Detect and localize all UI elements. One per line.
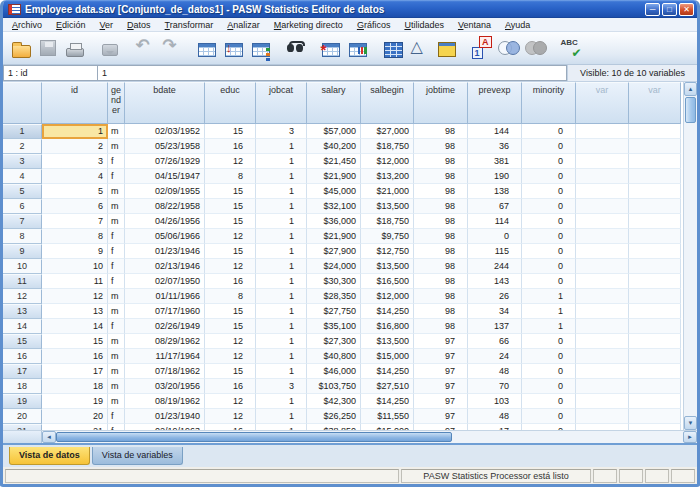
cell-var-r20[interactable] bbox=[576, 409, 629, 424]
cell-gender-r12[interactable]: m bbox=[108, 289, 125, 304]
cell-var-r15[interactable] bbox=[629, 334, 681, 349]
insert-variable-icon[interactable] bbox=[344, 35, 371, 62]
cell-salary-r15[interactable]: $27,300 bbox=[307, 334, 361, 349]
cell-jobcat-r9[interactable]: 1 bbox=[256, 244, 307, 259]
cell-bdate-r2[interactable]: 05/23/1958 bbox=[125, 139, 205, 154]
cell-gender-r6[interactable]: m bbox=[108, 199, 125, 214]
row-number[interactable]: 9 bbox=[3, 244, 42, 259]
cell-salbegin-r20[interactable]: $11,550 bbox=[361, 409, 414, 424]
cell-salary-r5[interactable]: $45,000 bbox=[307, 184, 361, 199]
cell-gender-r2[interactable]: m bbox=[108, 139, 125, 154]
cell-prevexp-r14[interactable]: 137 bbox=[468, 319, 522, 334]
cell-var-r8[interactable] bbox=[629, 229, 681, 244]
cell-id-r20[interactable]: 20 bbox=[42, 409, 108, 424]
cell-jobcat-r8[interactable]: 1 bbox=[256, 229, 307, 244]
cell-gender-r19[interactable]: m bbox=[108, 394, 125, 409]
cell-salary-r21[interactable]: $38,850 bbox=[307, 424, 361, 430]
cell-id-r15[interactable]: 15 bbox=[42, 334, 108, 349]
insert-cases-icon[interactable] bbox=[317, 35, 344, 62]
cell-id-r6[interactable]: 6 bbox=[42, 199, 108, 214]
cell-minority-r5[interactable]: 0 bbox=[522, 184, 576, 199]
cell-var-r9[interactable] bbox=[576, 244, 629, 259]
cell-bdate-r10[interactable]: 02/13/1946 bbox=[125, 259, 205, 274]
cell-id-r12[interactable]: 12 bbox=[42, 289, 108, 304]
cell-jobcat-r10[interactable]: 1 bbox=[256, 259, 307, 274]
cell-jobcat-r14[interactable]: 1 bbox=[256, 319, 307, 334]
cell-jobcat-r7[interactable]: 1 bbox=[256, 214, 307, 229]
cell-jobcat-r15[interactable]: 1 bbox=[256, 334, 307, 349]
cell-minority-r14[interactable]: 1 bbox=[522, 319, 576, 334]
row-number[interactable]: 4 bbox=[3, 169, 42, 184]
cell-salary-r9[interactable]: $27,900 bbox=[307, 244, 361, 259]
cell-educ-r12[interactable]: 8 bbox=[205, 289, 256, 304]
column-header-educ[interactable]: educ bbox=[205, 82, 256, 124]
cell-educ-r8[interactable]: 12 bbox=[205, 229, 256, 244]
cell-var-r6[interactable] bbox=[629, 199, 681, 214]
cell-prevexp-r1[interactable]: 144 bbox=[468, 124, 522, 139]
cell-id-r11[interactable]: 11 bbox=[42, 274, 108, 289]
cell-prevexp-r12[interactable]: 26 bbox=[468, 289, 522, 304]
row-number[interactable]: 19 bbox=[3, 394, 42, 409]
cell-minority-r18[interactable]: 0 bbox=[522, 379, 576, 394]
cell-jobcat-r12[interactable]: 1 bbox=[256, 289, 307, 304]
cell-var-r13[interactable] bbox=[576, 304, 629, 319]
cell-salbegin-r16[interactable]: $15,000 bbox=[361, 349, 414, 364]
cell-jobtime-r18[interactable]: 97 bbox=[414, 379, 468, 394]
cell-gender-r7[interactable]: m bbox=[108, 214, 125, 229]
cell-educ-r21[interactable]: 16 bbox=[205, 424, 256, 430]
row-number[interactable]: 6 bbox=[3, 199, 42, 214]
cell-gender-r17[interactable]: m bbox=[108, 364, 125, 379]
cell-jobtime-r10[interactable]: 98 bbox=[414, 259, 468, 274]
menu-gr-ficos[interactable]: Gráficos bbox=[350, 20, 398, 30]
column-header-gender[interactable]: gender bbox=[108, 82, 125, 124]
cell-educ-r1[interactable]: 15 bbox=[205, 124, 256, 139]
menu-edici-n[interactable]: Edición bbox=[49, 20, 93, 30]
weight-cases-icon[interactable] bbox=[406, 35, 433, 62]
cell-var-r10[interactable] bbox=[576, 259, 629, 274]
menu-datos[interactable]: Datos bbox=[120, 20, 158, 30]
cell-prevexp-r10[interactable]: 244 bbox=[468, 259, 522, 274]
cell-educ-r2[interactable]: 16 bbox=[205, 139, 256, 154]
column-header-jobcat[interactable]: jobcat bbox=[256, 82, 307, 124]
cell-jobtime-r9[interactable]: 98 bbox=[414, 244, 468, 259]
cell-educ-r11[interactable]: 16 bbox=[205, 274, 256, 289]
cell-jobtime-r11[interactable]: 98 bbox=[414, 274, 468, 289]
cell-jobcat-r13[interactable]: 1 bbox=[256, 304, 307, 319]
cell-prevexp-r21[interactable]: 17 bbox=[468, 424, 522, 430]
scroll-down-icon[interactable]: ▼ bbox=[684, 416, 697, 430]
row-number[interactable]: 11 bbox=[3, 274, 42, 289]
cell-prevexp-r18[interactable]: 70 bbox=[468, 379, 522, 394]
spell-check-icon[interactable] bbox=[557, 35, 584, 62]
cell-bdate-r17[interactable]: 07/18/1962 bbox=[125, 364, 205, 379]
cell-id-r16[interactable]: 16 bbox=[42, 349, 108, 364]
column-header-id[interactable]: id bbox=[42, 82, 108, 124]
cell-salbegin-r17[interactable]: $14,250 bbox=[361, 364, 414, 379]
select-cases-icon[interactable] bbox=[433, 35, 460, 62]
row-number[interactable]: 7 bbox=[3, 214, 42, 229]
cell-var-r10[interactable] bbox=[629, 259, 681, 274]
cell-salary-r17[interactable]: $46,000 bbox=[307, 364, 361, 379]
cell-bdate-r19[interactable]: 08/19/1962 bbox=[125, 394, 205, 409]
cell-var-r7[interactable] bbox=[629, 214, 681, 229]
find-icon[interactable] bbox=[282, 35, 309, 62]
cell-salbegin-r15[interactable]: $13,500 bbox=[361, 334, 414, 349]
cell-jobcat-r3[interactable]: 1 bbox=[256, 154, 307, 169]
cell-salary-r2[interactable]: $40,200 bbox=[307, 139, 361, 154]
cell-id-r10[interactable]: 10 bbox=[42, 259, 108, 274]
cell-var-r14[interactable] bbox=[629, 319, 681, 334]
variables-icon[interactable] bbox=[247, 35, 274, 62]
cell-minority-r13[interactable]: 1 bbox=[522, 304, 576, 319]
horizontal-scroll-thumb[interactable] bbox=[56, 432, 452, 442]
horizontal-scroll-track[interactable] bbox=[452, 431, 683, 443]
cell-var-r4[interactable] bbox=[576, 169, 629, 184]
cell-bdate-r3[interactable]: 07/26/1929 bbox=[125, 154, 205, 169]
cell-var-r17[interactable] bbox=[629, 364, 681, 379]
row-number[interactable]: 8 bbox=[3, 229, 42, 244]
cell-var-r20[interactable] bbox=[629, 409, 681, 424]
row-number[interactable]: 14 bbox=[3, 319, 42, 334]
cell-id-r1[interactable]: 1 bbox=[42, 124, 108, 139]
cell-jobtime-r12[interactable]: 98 bbox=[414, 289, 468, 304]
cell-id-r21[interactable]: 21 bbox=[42, 424, 108, 430]
cell-salary-r1[interactable]: $57,000 bbox=[307, 124, 361, 139]
cell-gender-r14[interactable]: f bbox=[108, 319, 125, 334]
